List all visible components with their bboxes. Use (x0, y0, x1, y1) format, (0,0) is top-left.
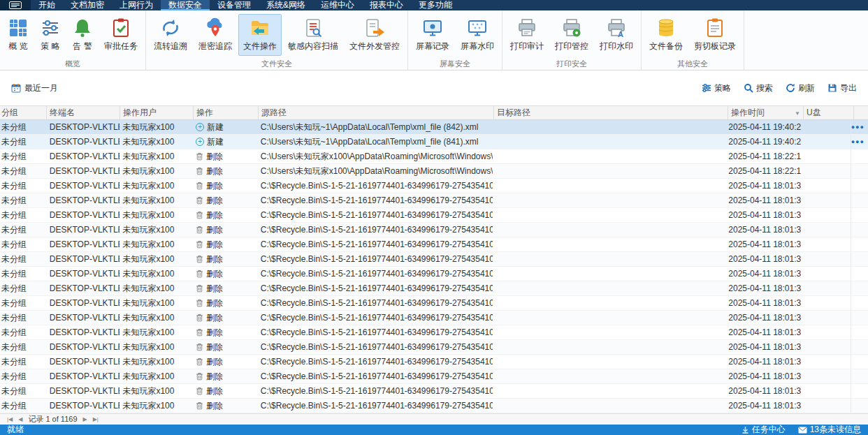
cell-terminal: DESKTOP-VLKTLE1 (47, 252, 120, 266)
table-row[interactable]: 未分组 DESKTOP-VLKTLE1 未知玩家x100 删除 C:\$Recy… (0, 384, 868, 399)
cell-target-path (493, 267, 726, 281)
ribbon-item-sensitive-scan[interactable]: 敏感内容扫描 (283, 14, 343, 56)
prev-page-button[interactable] (18, 416, 22, 422)
table-row[interactable]: 未分组 DESKTOP-VLKTLE1 未知玩家x100 删除 C:\$Recy… (0, 311, 868, 325)
operation-label: 删除 (206, 252, 223, 266)
ribbon-item-file-backup[interactable]: 文件备份 (644, 14, 688, 56)
menu-item-start[interactable]: 开始 (31, 0, 63, 10)
refresh-button[interactable]: 刷新 (786, 82, 815, 94)
operation-label: 删除 (206, 355, 223, 369)
ribbon-item-leak-track[interactable]: 泄密追踪 (194, 14, 237, 56)
unread-messages-button[interactable]: 13条未读信息 (798, 424, 861, 435)
ribbon-item-flow-trace[interactable]: 流转追溯 (149, 14, 192, 56)
ribbon-item-file-operations[interactable]: 文件操作 (238, 14, 282, 56)
cell-terminal: DESKTOP-VLKTLE1 (47, 193, 120, 207)
row-actions-menu[interactable] (851, 124, 868, 131)
cell-usb (801, 355, 851, 369)
table-row[interactable]: 未分组 DESKTOP-VLKTLE1 未知玩家x100 删除 C:\Users… (0, 164, 868, 179)
cell-user: 未知玩家x100 (120, 267, 193, 281)
filter-toolbar: 最近一月 策略 搜索 刷新 导出 (0, 71, 868, 105)
table-row[interactable]: 未分组 DESKTOP-VLKTLE1 未知玩家x100 删除 C:\$Recy… (0, 369, 868, 384)
table-row[interactable]: 未分组 DESKTOP-VLKTLE1 未知玩家x100 删除 C:\$Recy… (0, 223, 868, 237)
cell-operation: 删除 (193, 296, 258, 310)
date-range-filter[interactable]: 最近一月 (11, 82, 58, 94)
date-range-label: 最近一月 (24, 82, 58, 94)
cell-terminal: DESKTOP-VLKTLE1 (47, 179, 120, 193)
table-row[interactable]: 未分组 DESKTOP-VLKTLE1 未知玩家x100 删除 C:\$Recy… (0, 296, 868, 311)
table-row[interactable]: 未分组 DESKTOP-VLKTLE1 未知玩家x100 删除 C:\$Recy… (0, 281, 868, 296)
column-header-operation[interactable]: 操作 (194, 106, 259, 119)
task-center-button[interactable]: 任务中心 (742, 424, 786, 435)
new-file-icon (196, 138, 204, 146)
export-button[interactable]: 导出 (827, 82, 857, 94)
menu-item-device-management[interactable]: 设备管理 (210, 0, 259, 10)
menu-item-data-security[interactable]: 数据安全 (161, 0, 210, 10)
table-row[interactable]: 未分组 DESKTOP-VLKTLE1 未知玩家x100 删除 C:\$Recy… (0, 355, 868, 369)
app-menu-button[interactable] (0, 0, 31, 10)
menu-item-report-center[interactable]: 报表中心 (362, 0, 411, 10)
policy-filter-icon (702, 83, 711, 93)
ribbon-item-file-outgoing[interactable]: 文件外发管控 (345, 14, 405, 56)
table-row[interactable]: 未分组 DESKTOP-VLKTLE1 未知玩家x100 删除 C:\$Recy… (0, 193, 868, 208)
calendar-icon (11, 83, 21, 93)
cell-time: 2025-04-11 18:01:38 (725, 208, 801, 222)
column-header-group[interactable]: 分组 (0, 106, 47, 119)
column-header-terminal[interactable]: 终端名 (47, 106, 120, 119)
approval-tasks-icon (110, 17, 131, 38)
table-row[interactable]: 未分组 DESKTOP-VLKTLE1 未知玩家x100 删除 C:\$Recy… (0, 208, 868, 223)
menu-item-doc-encryption[interactable]: 文档加密 (63, 0, 112, 10)
ribbon-item-policy[interactable]: 策 略 (35, 14, 66, 56)
search-button[interactable]: 搜索 (744, 82, 773, 94)
cell-user: 未知玩家x100 (120, 237, 193, 251)
ribbon-item-screen-watermark[interactable]: 屏幕水印 (456, 14, 499, 56)
column-header-user[interactable]: 操作用户 (120, 106, 194, 119)
menu-item-ops-center[interactable]: 运维中心 (313, 0, 362, 10)
first-page-button[interactable] (7, 416, 13, 422)
ribbon-item-print-audit[interactable]: 打印审计 (505, 14, 549, 56)
column-header-usb[interactable]: U盘 (804, 106, 854, 119)
ribbon-item-approval-tasks[interactable]: 审批任务 (99, 14, 143, 56)
menu-item-system-network[interactable]: 系统&网络 (259, 0, 313, 10)
cell-terminal: DESKTOP-VLKTLE1 (47, 237, 120, 251)
cell-source-path: C:\$Recycle.Bin\S-1-5-21-1619774401-6349… (258, 208, 493, 222)
column-header-target-path[interactable]: 目标路径 (494, 106, 728, 119)
task-center-label: 任务中心 (752, 424, 786, 435)
menu-item-more-functions[interactable]: 更多功能 (411, 0, 460, 10)
column-header-time[interactable]: 操作时间 (728, 106, 804, 119)
policy-button[interactable]: 策略 (702, 82, 731, 94)
cell-target-path (493, 384, 726, 398)
alert-bell-icon (72, 17, 93, 38)
cell-operation: 删除 (193, 399, 258, 413)
ribbon-item-overview[interactable]: 概 览 (3, 14, 34, 56)
column-header-source-path[interactable]: 源路径 (259, 106, 494, 119)
cell-usb (801, 120, 851, 134)
table-row[interactable]: 未分组 DESKTOP-VLKTLE1 未知玩家x100 删除 C:\$Recy… (0, 267, 868, 281)
cell-group: 未分组 (0, 399, 47, 413)
cell-time: 2025-04-11 18:01:38 (725, 281, 801, 295)
table-row[interactable]: 未分组 DESKTOP-VLKTLE1 未知玩家x100 删除 C:\$Recy… (0, 237, 868, 252)
cell-target-path (493, 223, 726, 237)
last-page-button[interactable] (93, 416, 99, 422)
table-row[interactable]: 未分组 DESKTOP-VLKTLE1 未知玩家x100 新建 C:\Users… (0, 120, 868, 135)
table-row[interactable]: 未分组 DESKTOP-VLKTLE1 未知玩家x100 删除 C:\$Recy… (0, 252, 868, 267)
ribbon-item-alert[interactable]: 告 警 (67, 14, 98, 56)
ribbon-item-print-watermark[interactable]: A 打印水印 (595, 14, 638, 56)
status-bar: 就绪 任务中心 13条未读信息 (0, 425, 868, 435)
ribbon-item-clipboard-record[interactable]: 剪切板记录 (689, 14, 741, 56)
pagination-bar: 记录 1 of 1169 (0, 413, 868, 425)
table-row[interactable]: 未分组 DESKTOP-VLKTLE1 未知玩家x100 新建 C:\Users… (0, 135, 868, 149)
cell-user: 未知玩家x100 (120, 179, 193, 193)
next-page-button[interactable] (83, 416, 87, 422)
ribbon-item-screen-record[interactable]: 屏幕记录 (411, 14, 454, 56)
table-row[interactable]: 未分组 DESKTOP-VLKTLE1 未知玩家x100 删除 C:\$Recy… (0, 325, 868, 340)
ribbon-item-print-control[interactable]: 打印管控 (550, 14, 593, 56)
table-row[interactable]: 未分组 DESKTOP-VLKTLE1 未知玩家x100 删除 C:\$Recy… (0, 340, 868, 355)
delete-trash-icon (196, 196, 203, 205)
table-row[interactable]: 未分组 DESKTOP-VLKTLE1 未知玩家x100 删除 C:\$Recy… (0, 399, 868, 413)
cell-terminal: DESKTOP-VLKTLE1 (47, 311, 120, 325)
row-actions-menu[interactable] (851, 138, 868, 145)
menu-item-internet-behavior[interactable]: 上网行为 (112, 0, 161, 10)
table-row[interactable]: 未分组 DESKTOP-VLKTLE1 未知玩家x100 删除 C:\$Recy… (0, 179, 868, 193)
cell-group: 未分组 (0, 149, 47, 163)
table-row[interactable]: 未分组 DESKTOP-VLKTLE1 未知玩家x100 删除 C:\Users… (0, 149, 868, 164)
